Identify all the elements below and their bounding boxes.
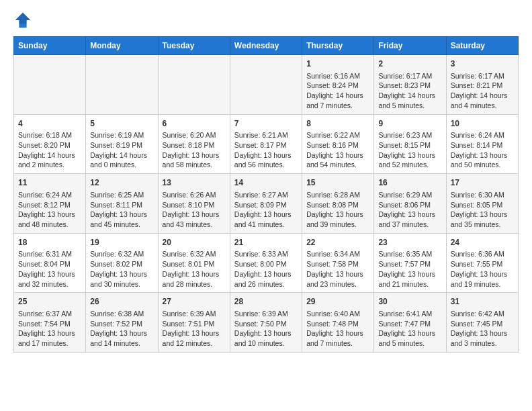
day-number: 21 [234,237,298,248]
logo [13,11,35,30]
cell-text: Daylight: 13 hours and 23 minutes. [306,270,363,288]
calendar-cell [158,55,230,115]
calendar-cell: 10Sunrise: 6:24 AMSunset: 8:14 PMDayligh… [446,114,518,174]
day-number: 23 [378,237,441,248]
day-number: 16 [378,177,441,189]
calendar-cell: 21Sunrise: 6:33 AMSunset: 8:00 PMDayligh… [230,233,302,293]
cell-text: Sunrise: 6:39 AM [163,310,216,318]
calendar-header-row: SundayMondayTuesdayWednesdayThursdayFrid… [14,37,519,55]
day-number: 4 [18,118,81,130]
cell-text: Daylight: 14 hours and 7 minutes. [306,91,363,109]
cell-text: Sunrise: 6:35 AM [378,250,432,258]
calendar-cell [230,55,302,115]
day-number: 12 [90,177,153,189]
calendar-cell: 26Sunrise: 6:38 AMSunset: 7:52 PMDayligh… [86,293,158,353]
cell-text: Daylight: 13 hours and 45 minutes. [90,210,147,228]
cell-text: Sunset: 7:55 PM [451,260,503,268]
cell-text: Daylight: 14 hours and 0 minutes. [90,151,147,169]
cell-text: Sunset: 8:24 PM [306,81,359,89]
svg-marker-1 [15,13,30,24]
cell-text: Sunrise: 6:21 AM [234,131,288,139]
weekday-header-friday: Friday [374,37,446,55]
day-number: 8 [306,118,369,130]
cell-text: Sunset: 7:47 PM [378,320,431,328]
cell-text: Sunrise: 6:28 AM [306,191,360,199]
cell-text: Daylight: 13 hours and 30 minutes. [90,270,147,288]
calendar-cell [86,55,158,115]
calendar-table: SundayMondayTuesdayWednesdayThursdayFrid… [13,36,519,353]
cell-text: Daylight: 14 hours and 4 minutes. [451,91,508,109]
day-number: 9 [378,118,441,130]
cell-text: Sunset: 7:54 PM [18,320,71,328]
day-number: 26 [90,296,153,308]
calendar-cell: 11Sunrise: 6:24 AMSunset: 8:12 PMDayligh… [14,174,86,234]
cell-text: Daylight: 13 hours and 37 minutes. [378,210,435,228]
calendar-cell: 17Sunrise: 6:30 AMSunset: 8:05 PMDayligh… [446,174,518,234]
cell-text: Sunrise: 6:24 AM [18,191,72,199]
calendar-cell: 3Sunrise: 6:17 AMSunset: 8:21 PMDaylight… [446,55,518,115]
cell-text: Daylight: 13 hours and 43 minutes. [163,210,220,228]
calendar-cell: 2Sunrise: 6:17 AMSunset: 8:23 PMDaylight… [374,55,446,115]
cell-text: Sunrise: 6:37 AM [18,310,72,318]
cell-text: Daylight: 13 hours and 7 minutes. [306,329,363,347]
cell-text: Sunset: 7:58 PM [306,260,359,268]
calendar-cell: 25Sunrise: 6:37 AMSunset: 7:54 PMDayligh… [14,293,86,353]
day-number: 2 [378,58,441,70]
cell-text: Daylight: 13 hours and 10 minutes. [234,329,292,347]
calendar-cell: 30Sunrise: 6:41 AMSunset: 7:47 PMDayligh… [374,293,446,353]
day-number: 13 [163,177,226,189]
cell-text: Sunset: 8:17 PM [234,141,287,149]
day-number: 22 [306,237,369,248]
weekday-header-thursday: Thursday [302,37,374,55]
day-number: 27 [163,296,226,308]
calendar-week-row: 25Sunrise: 6:37 AMSunset: 7:54 PMDayligh… [14,293,519,353]
calendar-cell: 29Sunrise: 6:40 AMSunset: 7:48 PMDayligh… [302,293,374,353]
calendar-cell: 1Sunrise: 6:16 AMSunset: 8:24 PMDaylight… [302,55,374,115]
day-number: 18 [18,237,81,248]
calendar-week-row: 18Sunrise: 6:31 AMSunset: 8:04 PMDayligh… [14,233,519,293]
cell-text: Sunrise: 6:32 AM [90,250,144,258]
cell-text: Daylight: 13 hours and 48 minutes. [18,210,75,228]
cell-text: Sunrise: 6:17 AM [451,72,504,80]
calendar-cell: 31Sunrise: 6:42 AMSunset: 7:45 PMDayligh… [446,293,518,353]
calendar-cell: 27Sunrise: 6:39 AMSunset: 7:51 PMDayligh… [158,293,230,353]
cell-text: Sunrise: 6:16 AM [306,72,360,80]
cell-text: Sunrise: 6:33 AM [234,250,288,258]
calendar-cell: 15Sunrise: 6:28 AMSunset: 8:08 PMDayligh… [302,174,374,234]
calendar-cell: 6Sunrise: 6:20 AMSunset: 8:18 PMDaylight… [158,114,230,174]
cell-text: Daylight: 13 hours and 28 minutes. [163,270,220,288]
cell-text: Sunrise: 6:17 AM [378,72,432,80]
calendar-cell [14,55,86,115]
cell-text: Sunset: 7:52 PM [90,320,142,328]
cell-text: Sunset: 8:15 PM [378,141,431,149]
cell-text: Sunrise: 6:40 AM [306,310,360,318]
cell-text: Daylight: 13 hours and 14 minutes. [90,329,147,347]
cell-text: Daylight: 13 hours and 17 minutes. [18,329,75,347]
cell-text: Sunset: 8:01 PM [163,260,215,268]
day-number: 7 [234,118,298,130]
cell-text: Sunset: 8:21 PM [451,81,503,89]
calendar-cell: 8Sunrise: 6:22 AMSunset: 8:16 PMDaylight… [302,114,374,174]
weekday-header-tuesday: Tuesday [158,37,230,55]
calendar-cell: 4Sunrise: 6:18 AMSunset: 8:20 PMDaylight… [14,114,86,174]
calendar-cell: 5Sunrise: 6:19 AMSunset: 8:19 PMDaylight… [86,114,158,174]
day-number: 10 [451,118,514,130]
day-number: 29 [306,296,369,308]
cell-text: Sunset: 8:11 PM [90,201,142,209]
cell-text: Sunrise: 6:27 AM [234,191,288,199]
calendar-cell: 23Sunrise: 6:35 AMSunset: 7:57 PMDayligh… [374,233,446,293]
cell-text: Sunrise: 6:39 AM [234,310,288,318]
cell-text: Sunset: 7:51 PM [163,320,215,328]
cell-text: Daylight: 14 hours and 5 minutes. [378,91,435,109]
cell-text: Sunset: 8:09 PM [234,201,287,209]
cell-text: Daylight: 13 hours and 56 minutes. [234,151,292,169]
cell-text: Sunset: 7:45 PM [451,320,503,328]
calendar-cell: 22Sunrise: 6:34 AMSunset: 7:58 PMDayligh… [302,233,374,293]
cell-text: Daylight: 13 hours and 41 minutes. [234,210,292,228]
cell-text: Daylight: 13 hours and 5 minutes. [378,329,435,347]
calendar-cell: 20Sunrise: 6:32 AMSunset: 8:01 PMDayligh… [158,233,230,293]
cell-text: Sunrise: 6:22 AM [306,131,360,139]
cell-text: Daylight: 13 hours and 21 minutes. [378,270,435,288]
cell-text: Daylight: 14 hours and 2 minutes. [18,151,75,169]
cell-text: Sunset: 8:04 PM [18,260,71,268]
